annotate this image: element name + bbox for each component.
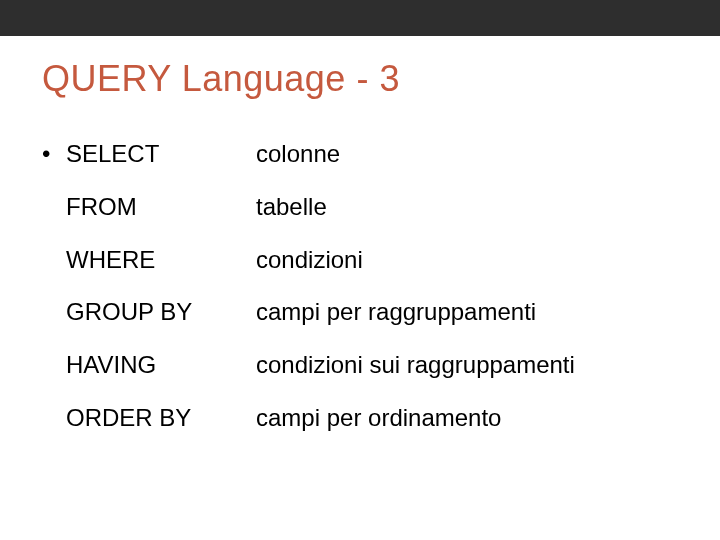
list-item: WHERE condizioni xyxy=(42,246,678,275)
bullet-icon xyxy=(42,193,66,222)
bullet-icon xyxy=(42,246,66,275)
bullet-icon xyxy=(42,404,66,433)
list-item: • SELECT colonne xyxy=(42,140,678,169)
sql-description: tabelle xyxy=(256,193,678,222)
sql-keyword: WHERE xyxy=(66,246,256,275)
sql-keyword: GROUP BY xyxy=(66,298,256,327)
sql-keyword: SELECT xyxy=(66,140,256,169)
list-item: HAVING condizioni sui raggruppamenti xyxy=(42,351,678,380)
bullet-icon xyxy=(42,351,66,380)
sql-keyword: HAVING xyxy=(66,351,256,380)
sql-description: campi per raggruppamenti xyxy=(256,298,678,327)
slide-title: QUERY Language - 3 xyxy=(42,58,400,100)
sql-description: condizioni xyxy=(256,246,678,275)
list-item: GROUP BY campi per raggruppamenti xyxy=(42,298,678,327)
sql-keyword: ORDER BY xyxy=(66,404,256,433)
top-bar xyxy=(0,0,720,36)
bullet-icon xyxy=(42,298,66,327)
slide: QUERY Language - 3 • SELECT colonne FROM… xyxy=(0,0,720,540)
bullet-icon: • xyxy=(42,140,66,169)
sql-keyword: FROM xyxy=(66,193,256,222)
sql-description: condizioni sui raggruppamenti xyxy=(256,351,678,380)
sql-description: colonne xyxy=(256,140,678,169)
content-area: • SELECT colonne FROM tabelle WHERE cond… xyxy=(42,140,678,457)
sql-description: campi per ordinamento xyxy=(256,404,678,433)
list-item: ORDER BY campi per ordinamento xyxy=(42,404,678,433)
list-item: FROM tabelle xyxy=(42,193,678,222)
